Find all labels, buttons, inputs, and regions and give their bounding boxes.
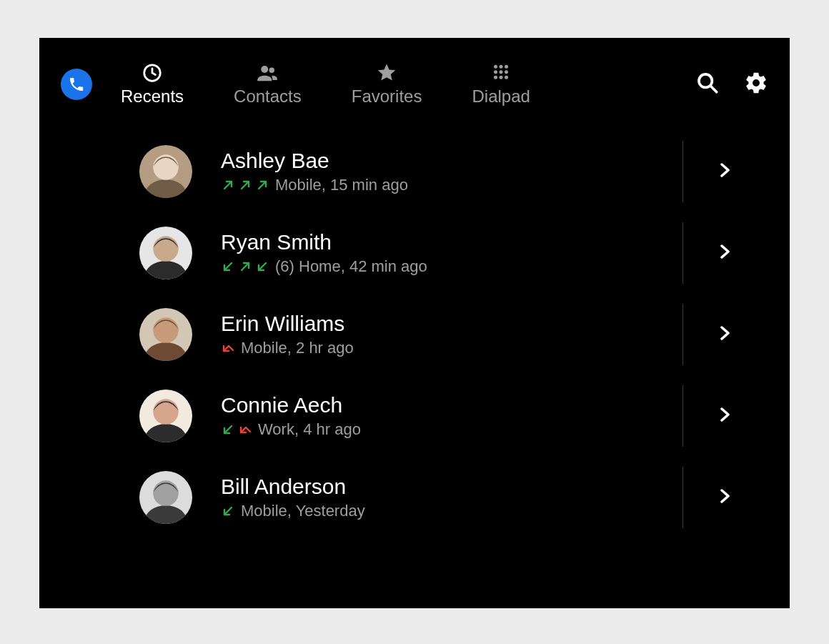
call-detail-button[interactable] [718, 486, 733, 509]
svg-point-7 [500, 70, 503, 74]
call-meta: Mobile, 15 min ago [275, 176, 408, 194]
svg-point-11 [505, 76, 508, 79]
call-direction-icons [221, 259, 269, 274]
chevron-right-icon [718, 486, 733, 506]
tab-bar: Recents Contacts Favorites [121, 62, 695, 106]
call-text: Ashley Bae Mobile, 15 min ago [221, 149, 682, 194]
topbar-actions [695, 71, 768, 98]
call-direction-icons [221, 422, 252, 437]
settings-button[interactable] [744, 71, 768, 98]
phone-app-frame: Recents Contacts Favorites [39, 38, 790, 608]
call-direction-icons [221, 178, 269, 192]
call-detail-cell [682, 294, 768, 375]
svg-line-19 [259, 182, 266, 189]
recent-calls-list: Ashley Bae Mobile, 15 min ago Ryan Smith… [39, 131, 790, 538]
outgoing-call-icon [255, 178, 269, 192]
svg-point-6 [494, 70, 497, 74]
incoming-call-icon [255, 259, 269, 274]
svg-line-18 [242, 182, 249, 189]
call-meta: Mobile, Yesterday [241, 502, 365, 520]
svg-point-2 [269, 68, 275, 74]
call-row[interactable]: Ashley Bae Mobile, 15 min ago [139, 131, 768, 212]
svg-line-33 [224, 426, 232, 433]
contact-avatar [139, 390, 192, 442]
call-meta: Mobile, 2 hr ago [241, 339, 354, 357]
tab-recents[interactable]: Recents [121, 62, 184, 106]
missed-call-icon [238, 422, 252, 437]
tab-favorites[interactable]: Favorites [352, 62, 422, 106]
call-text: Connie Aech Work, 4 hr ago [221, 393, 682, 439]
call-detail-cell [682, 375, 768, 457]
svg-line-25 [259, 263, 266, 270]
svg-point-28 [153, 317, 179, 343]
top-bar: Recents Contacts Favorites [39, 38, 790, 131]
svg-line-38 [224, 507, 232, 515]
svg-point-9 [494, 76, 497, 79]
call-text: Erin Williams Mobile, 2 hr ago [221, 312, 682, 357]
missed-call-icon [221, 341, 235, 355]
star-icon [376, 62, 397, 84]
svg-point-8 [505, 70, 508, 74]
call-detail-button[interactable] [718, 323, 733, 346]
incoming-call-icon [221, 422, 235, 437]
svg-point-1 [262, 66, 269, 73]
call-meta: Work, 4 hr ago [258, 420, 361, 439]
call-subtitle: Mobile, Yesterday [221, 502, 682, 520]
contact-avatar [139, 308, 192, 361]
svg-line-17 [224, 182, 232, 189]
call-direction-icons [221, 504, 235, 518]
call-subtitle: (6) Home, 42 min ago [221, 257, 682, 276]
svg-point-5 [505, 65, 508, 69]
svg-point-22 [153, 236, 179, 262]
call-row[interactable]: Erin Williams Mobile, 2 hr ago [139, 294, 768, 375]
phone-fab-button[interactable] [61, 69, 92, 100]
call-row[interactable]: Ryan Smith (6) Home, 42 min ago [139, 212, 768, 294]
tab-contacts[interactable]: Contacts [234, 62, 302, 106]
call-detail-button[interactable] [718, 242, 733, 264]
dialpad-icon [490, 62, 512, 84]
svg-point-37 [153, 480, 179, 506]
svg-point-3 [494, 65, 497, 69]
avatar-image [139, 471, 192, 524]
contact-avatar [139, 471, 192, 524]
outgoing-call-icon [221, 178, 235, 192]
svg-line-24 [242, 263, 249, 270]
tab-dialpad[interactable]: Dialpad [472, 62, 530, 106]
call-detail-cell [682, 212, 768, 294]
svg-point-16 [153, 154, 179, 180]
outgoing-call-icon [238, 259, 252, 274]
contact-name: Connie Aech [221, 393, 682, 417]
contact-name: Ryan Smith [221, 230, 682, 254]
call-row[interactable]: Connie Aech Work, 4 hr ago [139, 375, 768, 457]
search-button[interactable] [695, 71, 720, 98]
svg-point-32 [153, 399, 179, 425]
call-detail-button[interactable] [718, 405, 733, 427]
svg-line-23 [224, 263, 232, 270]
contact-avatar [139, 145, 192, 198]
tab-recents-label: Recents [121, 86, 184, 106]
call-detail-cell [682, 131, 768, 212]
chevron-right-icon [718, 242, 733, 262]
avatar-image [139, 308, 192, 361]
phone-icon [68, 76, 85, 93]
chevron-right-icon [718, 405, 733, 425]
people-icon [257, 62, 278, 84]
call-row[interactable]: Bill Anderson Mobile, Yesterday [139, 457, 768, 538]
incoming-call-icon [221, 504, 235, 518]
outgoing-call-icon [238, 178, 252, 192]
contact-name: Ashley Bae [221, 149, 682, 173]
chevron-right-icon [718, 160, 733, 180]
avatar-image [139, 390, 192, 442]
contact-name: Erin Williams [221, 312, 682, 336]
call-detail-cell [682, 457, 768, 538]
gear-icon [744, 71, 768, 95]
svg-line-13 [710, 86, 717, 92]
call-meta: (6) Home, 42 min ago [275, 257, 427, 276]
tab-dialpad-label: Dialpad [472, 86, 530, 106]
call-subtitle: Mobile, 15 min ago [221, 176, 682, 194]
call-detail-button[interactable] [718, 160, 733, 183]
call-text: Bill Anderson Mobile, Yesterday [221, 475, 682, 520]
call-text: Ryan Smith (6) Home, 42 min ago [221, 230, 682, 276]
contact-avatar [139, 227, 192, 279]
clock-icon [142, 62, 163, 84]
